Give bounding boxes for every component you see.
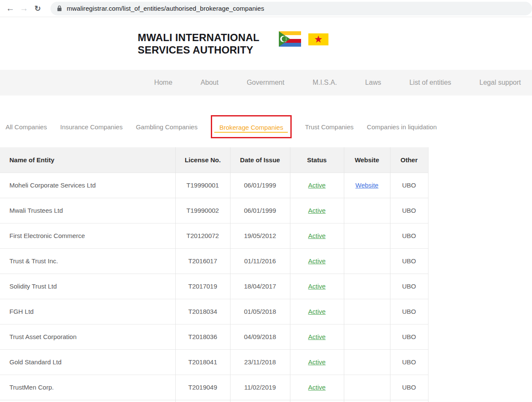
table-row: FGH Ltd T2018034 01/05/2018 Active UBO	[0, 299, 428, 324]
entities-table: Name of Entity License No. Date of Issue…	[0, 147, 429, 402]
status-link[interactable]: Active	[308, 358, 326, 366]
active-tab-underline	[214, 132, 288, 133]
entity-name: Solidity Trust Ltd	[0, 274, 175, 299]
license-no: T2017019	[175, 274, 230, 299]
forward-icon[interactable]: →	[17, 3, 31, 13]
entity-name: First Electronic Commerce	[0, 223, 175, 248]
status-link[interactable]: Active	[308, 207, 326, 214]
table-row: Gold Standard Ltd T2018041 23/11/2018 Ac…	[0, 349, 428, 375]
entity-name: Gold Standard Ltd	[0, 349, 175, 375]
table-row: Moheli Corporate Services Ltd T19990001 …	[0, 173, 428, 198]
status-link[interactable]: Active	[308, 384, 326, 391]
license-no: T19990001	[175, 173, 230, 198]
entity-name: FGH Ltd	[0, 299, 175, 324]
nav-item-home[interactable]: Home	[154, 79, 172, 86]
status-link[interactable]: Active	[308, 333, 326, 340]
license-no: T2018036	[175, 324, 230, 349]
date-of-issue: 06/01/1999	[230, 198, 290, 223]
site-header: MWALI INTERNATIONAL SERVICES AUTHORITY	[0, 17, 532, 70]
column-header-license: License No.	[175, 147, 230, 173]
main-nav: Home About Government M.I.S.A. Laws List…	[0, 70, 532, 95]
lock-icon	[57, 5, 62, 12]
website-cell	[344, 299, 390, 324]
website-cell	[344, 375, 390, 400]
entity-name: Trust & Trust Inc.	[0, 248, 175, 274]
column-header-website: Website	[344, 147, 390, 173]
page-title: MWALI INTERNATIONAL SERVICES AUTHORITY	[138, 31, 260, 70]
browser-toolbar: ← → ↻ mwaliregistrar.com/list_of_entitie…	[0, 0, 532, 17]
entity-name: Moheli Corporate Services Ltd	[0, 173, 175, 198]
other-cell: UBO	[390, 198, 428, 223]
back-icon[interactable]: ←	[3, 3, 17, 13]
date-of-issue: 18/04/2017	[230, 274, 290, 299]
reload-icon[interactable]: ↻	[31, 4, 44, 13]
nav-item-list-of-entities[interactable]: List of entities	[409, 79, 451, 86]
annotation-box: Brokerage Companies	[211, 115, 292, 138]
table-row: Solidity Trust Ltd T2017019 18/04/2017 A…	[0, 274, 428, 299]
entity-tabs: All Companies Insurance Companies Gambli…	[6, 114, 532, 139]
status-link[interactable]: Active	[308, 283, 326, 290]
column-header-date: Date of Issue	[230, 147, 290, 173]
url-text[interactable]: mwaliregistrar.com/list_of_entities/auth…	[67, 5, 264, 12]
tab-trust-companies[interactable]: Trust Companies	[305, 123, 354, 131]
table-row: Mwali Trustees Ltd T19990002 06/01/1999 …	[0, 198, 428, 223]
entity-name: TrustMen Corp.	[0, 375, 175, 400]
other-cell: UBO	[390, 223, 428, 248]
website-cell	[344, 349, 390, 375]
website-link[interactable]: Website	[355, 182, 378, 189]
nav-item-laws[interactable]: Laws	[365, 79, 381, 86]
nav-item-misa[interactable]: M.I.S.A.	[313, 79, 337, 86]
url-bar[interactable]: mwaliregistrar.com/list_of_entities/auth…	[50, 2, 532, 15]
entity-name: Trust Asset Corporation	[0, 324, 175, 349]
website-cell	[344, 248, 390, 274]
date-of-issue: 19/05/2012	[230, 223, 290, 248]
table-header-row: Name of Entity License No. Date of Issue…	[0, 147, 428, 173]
license-no: T2018041	[175, 349, 230, 375]
other-cell: UBO	[390, 375, 428, 400]
tab-gambling-companies[interactable]: Gambling Companies	[136, 123, 198, 131]
other-cell: UBO	[390, 349, 428, 375]
nav-item-government[interactable]: Government	[247, 79, 284, 86]
status-link[interactable]: Active	[308, 257, 326, 265]
mwali-flag	[308, 33, 328, 45]
license-no: T20120072	[175, 223, 230, 248]
date-of-issue: 11/02/2019	[230, 375, 290, 400]
table-row: First Electronic Commerce T20120072 19/0…	[0, 223, 428, 248]
tab-brokerage-companies[interactable]: Brokerage Companies	[219, 124, 283, 131]
table-row: Trust & Trust Inc. T2016017 01/11/2016 A…	[0, 248, 428, 274]
tab-companies-in-liquidation[interactable]: Companies in liquidation	[367, 123, 437, 131]
date-of-issue: 04/09/2018	[230, 324, 290, 349]
license-no: T2016017	[175, 248, 230, 274]
comoros-flag	[279, 31, 301, 47]
date-of-issue: 01/11/2016	[230, 248, 290, 274]
tab-all-companies[interactable]: All Companies	[6, 123, 47, 131]
column-header-name: Name of Entity	[0, 147, 175, 173]
date-of-issue: 23/11/2018	[230, 349, 290, 375]
website-cell	[344, 223, 390, 248]
status-link[interactable]: Active	[308, 232, 326, 239]
website-cell	[344, 324, 390, 349]
other-cell: UBO	[390, 324, 428, 349]
entity-name: Mwali Trustees Ltd	[0, 198, 175, 223]
status-link[interactable]: Active	[308, 182, 326, 189]
date-of-issue: 06/01/1999	[230, 173, 290, 198]
flags	[279, 31, 328, 70]
website-cell	[344, 198, 390, 223]
nav-item-legal-support[interactable]: Legal support	[479, 79, 521, 86]
table-row: TrustMen Corp. T2019049 11/02/2019 Activ…	[0, 375, 428, 400]
license-no: T2019049	[175, 375, 230, 400]
table-row: Trust Asset Corporation T2018036 04/09/2…	[0, 324, 428, 349]
other-cell: UBO	[390, 274, 428, 299]
column-header-status: Status	[290, 147, 344, 173]
table-row-partial	[0, 400, 428, 402]
license-no: T19990002	[175, 198, 230, 223]
status-link[interactable]: Active	[308, 308, 326, 315]
other-cell: UBO	[390, 248, 428, 274]
column-header-other: Other	[390, 147, 428, 173]
date-of-issue: 01/05/2018	[230, 299, 290, 324]
license-no: T2018034	[175, 299, 230, 324]
tab-insurance-companies[interactable]: Insurance Companies	[60, 123, 123, 131]
other-cell: UBO	[390, 173, 428, 198]
nav-item-about[interactable]: About	[201, 79, 219, 86]
website-cell	[344, 274, 390, 299]
